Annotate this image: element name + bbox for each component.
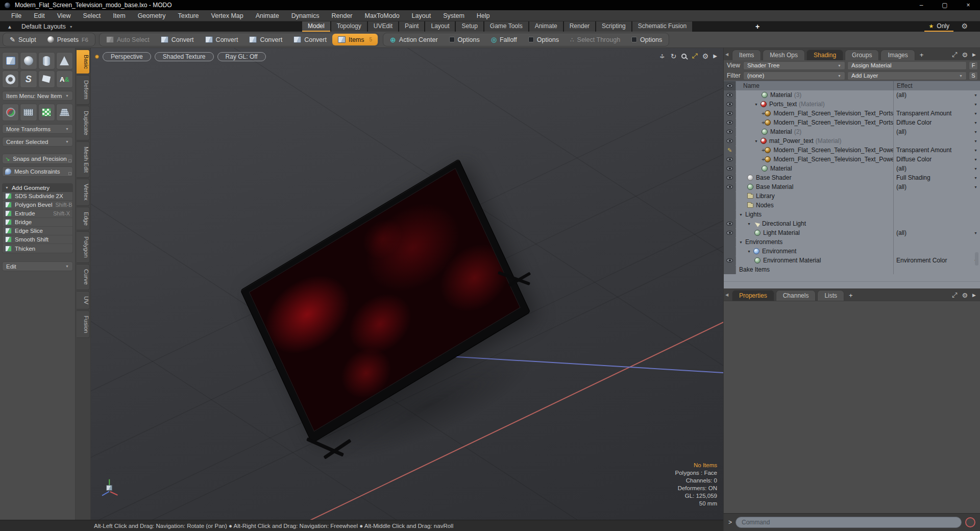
toolbar-button[interactable]: Options (444, 34, 485, 45)
expander-triangle-icon[interactable]: ▼ (739, 213, 745, 216)
menu-item[interactable]: Select (77, 12, 107, 19)
visibility-cell[interactable]: ✎ (724, 136, 736, 146)
effect-cell[interactable]: ▼ (893, 136, 980, 146)
pen-tool-button[interactable] (38, 70, 55, 88)
snaps-and-precision-button[interactable]: ↘ Snaps and Precision (2, 154, 73, 164)
cylinder-tool-button[interactable] (38, 52, 55, 69)
workspace-tab[interactable]: Paint (399, 21, 424, 32)
tool-category-tab[interactable]: UV (77, 291, 90, 309)
add-panel-tab-button[interactable]: + (917, 50, 927, 60)
toolbar-button[interactable]: ✎ Sculpt (4, 34, 42, 45)
tool-category-tab[interactable]: Mesh Edit (77, 141, 90, 178)
effect-cell[interactable]: ▼ (893, 191, 980, 201)
panel-menu-arrow-icon[interactable]: ▶ (972, 293, 976, 298)
shader-tree-row[interactable]: ✎ ▼ + Library ▼ (724, 191, 980, 201)
gear-icon[interactable]: ⚙ (961, 22, 968, 30)
menu-item[interactable]: Texture (172, 12, 205, 19)
effect-cell[interactable]: Environment Color ▼ (893, 256, 980, 265)
geometry-tool-item[interactable]: Polygon Bevel Shift-B (3, 201, 72, 209)
panel-tab[interactable]: Shading (806, 50, 843, 60)
visibility-cell[interactable]: ✎ (724, 256, 736, 265)
workspace-tab[interactable]: UVEdit (368, 21, 398, 32)
visibility-cell[interactable]: ✎ (724, 201, 736, 210)
effect-cell[interactable]: (all) ▼ (893, 228, 980, 237)
add-layer-dropdown[interactable]: Add Layer ▼ (847, 71, 967, 80)
visibility-cell[interactable]: ✎ (724, 109, 736, 118)
effect-cell[interactable]: ▼ (893, 265, 980, 274)
visibility-cell[interactable]: ✎ (724, 90, 736, 100)
view-dropdown[interactable]: Shader Tree ▼ (743, 61, 845, 70)
shader-tree-row[interactable]: ✎ ▼ + Modern_Flat_Screen_Television_Text… (724, 109, 980, 118)
effect-cell[interactable]: Transparent Amount ▼ (893, 146, 980, 155)
pin-layout-icon[interactable]: ▲ (7, 24, 12, 30)
panel-tab[interactable]: Lists (817, 290, 844, 301)
transform-tool-button[interactable] (2, 104, 19, 121)
panel-tab[interactable]: Images (880, 50, 915, 60)
sphere-tool-button[interactable] (20, 52, 37, 69)
ray-gl-button[interactable]: Ray GL: Off (217, 52, 266, 61)
viewport-menu-arrow-icon[interactable]: ▶ (713, 53, 717, 59)
visibility-cell[interactable]: ✎ (724, 237, 736, 247)
maximize-button[interactable]: ▢ (933, 0, 957, 10)
effect-cell[interactable]: ▼ (893, 237, 980, 247)
zoom-icon[interactable] (681, 54, 687, 59)
visibility-cell[interactable]: ✎ (724, 247, 736, 256)
cone-tool-button[interactable] (56, 52, 73, 69)
tool-category-tab[interactable]: Fusion (77, 310, 90, 339)
visibility-cell[interactable]: ✎ (724, 127, 736, 136)
command-history-button[interactable] (965, 517, 975, 527)
menu-item[interactable]: Vertex Map (205, 12, 250, 19)
shader-tree-row[interactable]: ✎ ▼ + Material (2) (all) ▼ (724, 127, 980, 136)
selection-mode-button[interactable]: Convert (155, 34, 200, 45)
effect-cell[interactable]: ▼ (893, 210, 980, 219)
menu-item[interactable]: View (51, 12, 77, 19)
only-toggle[interactable]: ★ Only (924, 21, 953, 32)
default-layouts-dropdown[interactable]: Default Layouts ▼ (21, 23, 73, 30)
panel-tab[interactable]: Groups (845, 50, 879, 60)
menu-item[interactable]: Animate (250, 12, 285, 19)
selection-mode-button[interactable]: Convert (200, 34, 244, 45)
shader-tree-row[interactable]: ✎ ▼ + Nodes ▼ (724, 201, 980, 210)
effect-cell[interactable]: Full Shading ▼ (893, 173, 980, 182)
add-panel-tab-button[interactable]: + (846, 290, 856, 301)
panel-tab[interactable]: Properties (732, 290, 774, 301)
shader-tree-row[interactable]: ✎ ▼ + mat_Power_text (Material) ▼ (724, 136, 980, 146)
filter-dropdown[interactable]: (none) ▼ (743, 71, 845, 80)
toolbar-button[interactable]: ⊕ Action Center (384, 34, 443, 45)
close-button[interactable]: × (957, 0, 980, 10)
s-button[interactable]: S (969, 71, 978, 80)
expander-triangle-icon[interactable]: ▼ (747, 250, 753, 253)
effect-cell[interactable]: ▼ (893, 201, 980, 210)
item-menu-dropdown[interactable]: Item Menu: New Item ▼ (2, 91, 73, 101)
visibility-cell[interactable]: ✎ (724, 265, 736, 274)
orbit-icon[interactable]: ↻ (671, 52, 677, 60)
visibility-cell[interactable]: ✎ (724, 164, 736, 173)
panel-menu-arrow-icon[interactable]: ▶ (972, 52, 976, 57)
effect-cell[interactable]: ▼ (893, 100, 980, 109)
shader-tree-row[interactable]: ✎ ▼ + Material (all) ▼ (724, 164, 980, 173)
effect-cell[interactable]: (all) ▼ (893, 182, 980, 191)
viewport-3d[interactable]: + Perspective Shaded Texture Ray GL: Off… (91, 48, 723, 520)
perspective-grid-button[interactable] (56, 104, 73, 121)
panel-tab[interactable]: Mesh Ops (763, 50, 805, 60)
plane-tool-button[interactable] (20, 104, 37, 121)
shader-tree-row[interactable]: ✎ ▼ + Modern_Flat_Screen_Television_Text… (724, 155, 980, 164)
geometry-tool-item[interactable]: Extrude Shift-X (3, 209, 72, 218)
toolbar-button[interactable]: Presets F6 (42, 34, 94, 45)
geometry-tool-item[interactable]: Thicken (3, 244, 72, 253)
workspace-tab[interactable]: Layout (425, 21, 455, 32)
center-selected-dropdown[interactable]: Center Selected ▼ (2, 137, 73, 147)
expand-panel-icon[interactable]: ⤢ (952, 51, 957, 59)
shader-tree-row[interactable]: ✎ ▼ + Environment Material Environment C… (724, 256, 980, 265)
effect-cell[interactable]: Diffuse Color ▼ (893, 155, 980, 164)
tool-category-tab[interactable]: Deform (77, 75, 90, 105)
selection-mode-button[interactable]: Auto Select (101, 34, 155, 45)
workspace-tab[interactable]: Schematic Fusion (632, 21, 692, 32)
menu-item[interactable]: Dynamics (285, 12, 326, 19)
selection-mode-button[interactable]: Convert (288, 34, 332, 45)
minimize-button[interactable]: – (910, 0, 933, 10)
edit-dropdown[interactable]: Edit ▼ (2, 261, 73, 271)
menu-item[interactable]: Render (326, 12, 359, 19)
tool-category-tab[interactable]: Curve (77, 264, 90, 290)
shader-tree-row[interactable]: ✎ ▼ + Directional Light ▼ (724, 219, 980, 228)
